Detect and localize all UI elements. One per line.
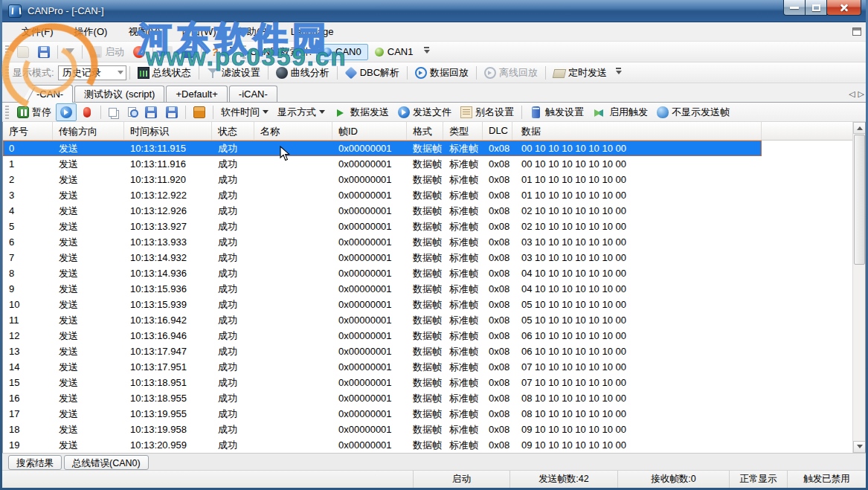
table-row[interactable]: 0 发送 10:13:11.915 成功 0x00000001 数据帧 标准帧 … (3, 141, 762, 156)
tab-can[interactable]: -CAN- (22, 85, 73, 103)
tab-bus-error[interactable]: 总线错误(CAN0) (64, 455, 149, 470)
toolbar-grip[interactable] (5, 106, 9, 119)
table-row[interactable]: 12 发送 10:13:16.946 成功 0x00000001 数据帧 标准帧… (3, 328, 762, 344)
header-index[interactable]: 序号 (3, 122, 53, 140)
close-button[interactable] (826, 0, 861, 16)
mdi-child-restore-icon[interactable] (852, 28, 861, 36)
table-row[interactable]: 8 发送 10:13:14.936 成功 0x00000001 数据帧 标准帧 … (3, 265, 762, 281)
header-status[interactable]: 状态 (212, 122, 254, 140)
chevron-down-icon (616, 71, 622, 77)
header-direction[interactable]: 传输方向 (53, 122, 124, 140)
toolbar-grip[interactable] (5, 45, 9, 59)
header-name[interactable]: 名称 (254, 122, 332, 140)
can0-button[interactable]: CAN0 (316, 44, 368, 60)
menu-language[interactable]: Language (283, 24, 341, 39)
export-button[interactable] (161, 103, 182, 121)
tab-scroll-left-icon[interactable]: ◁ (849, 89, 855, 99)
toolbar-overflow-button[interactable] (614, 68, 623, 77)
tab-search-results[interactable]: 搜索结果 (8, 455, 62, 470)
maximize-button[interactable] (805, 0, 827, 16)
save-data-button[interactable] (141, 103, 161, 121)
tab-test-protocol[interactable]: 测试协议 (script) (74, 86, 164, 102)
status-run-state: 启动 (413, 471, 509, 488)
software-time-button[interactable]: 软件时间 (216, 103, 273, 122)
toolbar-separator (185, 106, 186, 119)
hide-sent-frames-button[interactable]: 不显示发送帧 (652, 103, 734, 122)
minimize-button[interactable] (783, 0, 806, 16)
bus-status-button[interactable]: 总线状态 (133, 63, 196, 83)
scrollbar-thumb[interactable] (854, 135, 865, 265)
help-button[interactable]: ? (205, 43, 225, 61)
alias-settings-button[interactable]: 别名设置 (456, 103, 518, 122)
tab-ican[interactable]: -iCAN- (229, 86, 277, 102)
table-row[interactable]: 10 发送 10:13:15.939 成功 0x00000001 数据帧 标准帧… (3, 297, 762, 312)
scroll-up-button[interactable] (853, 122, 866, 134)
can1-button[interactable]: CAN1 (368, 44, 420, 60)
package-button[interactable] (189, 103, 210, 121)
dbc-parse-button[interactable]: DBC解析 (341, 63, 404, 83)
display-mode-select[interactable]: 历史记录 (58, 65, 126, 80)
filter-settings-button[interactable]: 滤波设置 (202, 63, 265, 83)
trigger-settings-button[interactable]: 触发设置 (525, 103, 588, 122)
display-style-button[interactable]: 显示方式 (273, 103, 329, 122)
offline-replay-button[interactable]: 离线回放 (480, 63, 542, 83)
header-format[interactable]: 格式 (407, 122, 443, 140)
header-timestamp[interactable]: 时间标识 (124, 122, 212, 140)
tab-default[interactable]: +Default+ (166, 86, 227, 102)
download-button[interactable] (61, 42, 79, 62)
menu-view[interactable]: 视图(V) (120, 23, 167, 41)
toolbar-separator (268, 66, 269, 80)
realtime-orb-button[interactable] (56, 103, 77, 121)
stop-button[interactable] (129, 43, 150, 61)
toolbar-grip[interactable] (242, 45, 246, 59)
table-row[interactable]: 13 发送 10:13:17.947 成功 0x00000001 数据帧 标准帧… (3, 344, 762, 359)
toolbar-overflow-button[interactable] (228, 47, 237, 57)
table-row[interactable]: 5 发送 10:13:13.927 成功 0x00000001 数据帧 标准帧 … (3, 219, 762, 234)
menu-file[interactable]: 文件(F) (14, 23, 61, 41)
data-send-button[interactable]: 数据发送 (329, 103, 393, 122)
curve-analysis-button[interactable]: 曲线分析 (271, 63, 334, 83)
table-row[interactable]: 18 发送 10:13:19.958 成功 0x00000001 数据帧 标准帧… (3, 422, 762, 437)
minimize-icon (790, 7, 799, 9)
copy-button[interactable] (104, 104, 123, 120)
table-row[interactable]: 15 发送 10:13:18.951 成功 0x00000001 数据帧 标准帧… (3, 375, 762, 390)
header-dlc[interactable]: DLC (483, 122, 512, 140)
menu-operate[interactable]: 操作(O) (67, 23, 115, 41)
header-frame-id[interactable]: 帧ID (332, 122, 407, 140)
config-button[interactable] (156, 43, 177, 61)
scroll-down-button[interactable] (853, 441, 866, 453)
table-row[interactable]: 3 发送 10:13:12.922 成功 0x00000001 数据帧 标准帧 … (3, 187, 762, 203)
library-button[interactable] (177, 43, 198, 61)
enable-trigger-button[interactable]: 启用触发 (588, 103, 652, 122)
table-row[interactable]: 6 发送 10:13:13.933 成功 0x00000001 数据帧 标准帧 … (3, 234, 762, 250)
open-button[interactable] (13, 43, 33, 61)
table-row[interactable]: 14 发送 10:13:17.951 成功 0x00000001 数据帧 标准帧… (3, 359, 762, 375)
table-row[interactable]: 19 发送 10:13:20.959 成功 0x00000001 数据帧 标准帧… (3, 437, 762, 453)
toolbar-overflow-button[interactable] (422, 47, 431, 57)
table-row[interactable]: 9 发送 10:13:15.936 成功 0x00000001 数据帧 标准帧 … (3, 281, 762, 297)
save-button[interactable] (33, 43, 54, 61)
menu-help[interactable]: 帮助(H) (230, 23, 277, 41)
table-row[interactable]: 11 发送 10:13:16.942 成功 0x00000001 数据帧 标准帧… (3, 312, 762, 328)
cell-format: 数据帧 (407, 298, 443, 312)
can1-label: CAN1 (388, 46, 414, 57)
clear-button[interactable] (77, 103, 97, 121)
menu-window[interactable]: 窗口(W) (174, 23, 224, 41)
start-button[interactable]: 启动 (86, 42, 129, 62)
data-replay-button[interactable]: 数据回放 (411, 63, 473, 83)
table-row[interactable]: 4 发送 10:13:12.926 成功 0x00000001 数据帧 标准帧 … (3, 203, 762, 219)
timed-send-button[interactable]: 定时发送 (549, 63, 611, 83)
find-button[interactable] (123, 104, 141, 120)
toolbar-grip[interactable] (5, 66, 9, 80)
table-row[interactable]: 2 发送 10:13:11.920 成功 0x00000001 数据帧 标准帧 … (3, 172, 762, 187)
table-row[interactable]: 17 发送 10:13:19.955 成功 0x00000001 数据帧 标准帧… (3, 406, 762, 422)
header-type[interactable]: 类型 (443, 122, 483, 140)
table-row[interactable]: 1 发送 10:13:11.916 成功 0x00000001 数据帧 标准帧 … (3, 156, 762, 172)
vertical-scrollbar[interactable] (852, 122, 865, 453)
header-data[interactable]: 数据 (512, 122, 762, 140)
table-row[interactable]: 16 发送 10:13:18.955 成功 0x00000001 数据帧 标准帧… (3, 390, 762, 406)
table-row[interactable]: 7 发送 10:13:14.932 成功 0x00000001 数据帧 标准帧 … (3, 250, 762, 265)
tab-scroll-right-icon[interactable]: ▷ (858, 89, 864, 99)
send-file-button[interactable]: 发送文件 (393, 103, 456, 122)
pause-button[interactable]: 暂停 (13, 103, 56, 122)
